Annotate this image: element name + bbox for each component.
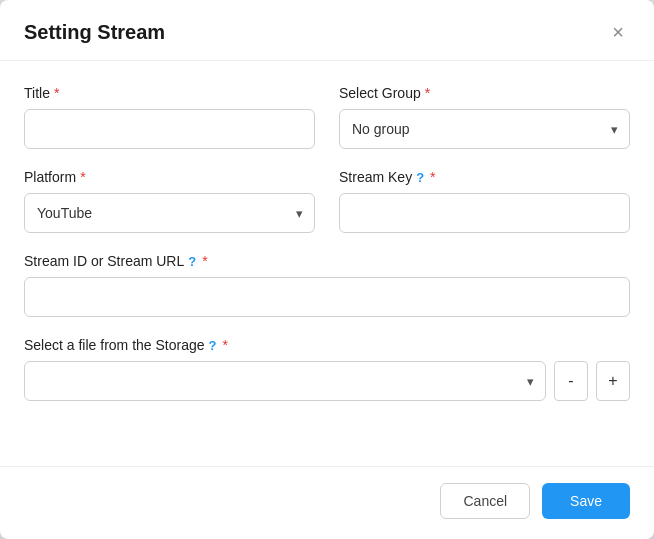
select-group-label: Select Group * [339, 85, 630, 101]
select-group-group: Select Group * No group ▾ [339, 85, 630, 149]
storage-select-wrapper: ▾ [24, 361, 546, 401]
title-required: * [54, 85, 59, 101]
row-platform-streamkey: Platform * YouTube ▾ Stream Key ? * [24, 169, 630, 233]
platform-group: Platform * YouTube ▾ [24, 169, 315, 233]
stream-url-help-icon[interactable]: ? [188, 254, 196, 269]
dialog-header: Setting Stream × [0, 0, 654, 61]
platform-label: Platform * [24, 169, 315, 185]
select-group-wrapper: No group ▾ [339, 109, 630, 149]
stream-url-input[interactable] [24, 277, 630, 317]
stream-url-group: Stream ID or Stream URL ? * [24, 253, 630, 317]
row-stream-url: Stream ID or Stream URL ? * [24, 253, 630, 317]
stream-key-input[interactable] [339, 193, 630, 233]
title-input[interactable] [24, 109, 315, 149]
dialog-title: Setting Stream [24, 21, 165, 44]
select-group-required: * [425, 85, 430, 101]
title-label: Title * [24, 85, 315, 101]
platform-required: * [80, 169, 85, 185]
title-group: Title * [24, 85, 315, 149]
storage-required: * [223, 337, 228, 353]
stream-key-required: * [430, 169, 435, 185]
storage-help-icon[interactable]: ? [209, 338, 217, 353]
storage-minus-button[interactable]: - [554, 361, 588, 401]
dialog-body: Title * Select Group * No group ▾ [0, 61, 654, 466]
stream-key-group: Stream Key ? * [339, 169, 630, 233]
save-button[interactable]: Save [542, 483, 630, 519]
storage-label: Select a file from the Storage ? * [24, 337, 630, 353]
setting-stream-dialog: Setting Stream × Title * Select Group * [0, 0, 654, 539]
cancel-button[interactable]: Cancel [440, 483, 530, 519]
select-group-select[interactable]: No group [339, 109, 630, 149]
row-title-group: Title * Select Group * No group ▾ [24, 85, 630, 149]
storage-select[interactable] [24, 361, 546, 401]
storage-plus-button[interactable]: + [596, 361, 630, 401]
stream-key-help-icon[interactable]: ? [416, 170, 424, 185]
stream-url-required: * [202, 253, 207, 269]
storage-row: ▾ - + [24, 361, 630, 401]
stream-url-label: Stream ID or Stream URL ? * [24, 253, 630, 269]
platform-select[interactable]: YouTube [24, 193, 315, 233]
stream-key-label: Stream Key ? * [339, 169, 630, 185]
close-button[interactable]: × [606, 20, 630, 44]
platform-wrapper: YouTube ▾ [24, 193, 315, 233]
row-storage: Select a file from the Storage ? * ▾ - + [24, 337, 630, 401]
dialog-footer: Cancel Save [0, 466, 654, 539]
